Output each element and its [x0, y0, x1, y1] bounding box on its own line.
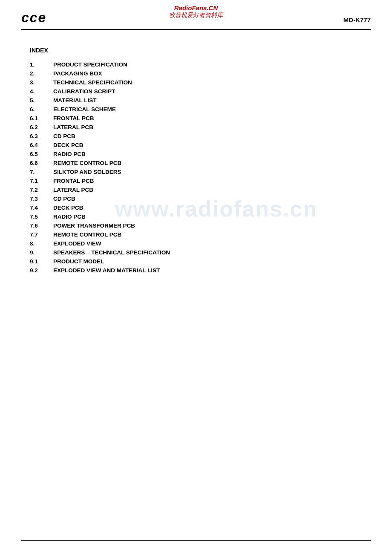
toc-label: PRODUCT SPECIFICATION [53, 61, 127, 68]
toc-item: 7.7REMOTE CONTROL PCB [30, 231, 371, 238]
toc-label: MATERIAL LIST [53, 97, 97, 104]
toc-item: 7.SILKTOP AND SOLDERS [30, 169, 371, 175]
toc-label: PACKAGING BOX [53, 70, 102, 77]
toc-number: 7.1 [30, 178, 53, 184]
toc-number: 5. [30, 97, 53, 104]
toc-item: 4.CALIBRATION SCRIPT [30, 88, 371, 95]
toc-number: 7.4 [30, 205, 53, 211]
toc-item: 6.5RADIO PCB [30, 151, 371, 157]
toc-list: 1.PRODUCT SPECIFICATION2.PACKAGING BOX3.… [30, 61, 371, 274]
toc-label: EXPLODED VIEW AND MATERIAL LIST [53, 267, 160, 274]
toc-label: DECK PCB [53, 142, 84, 148]
toc-label: LATERAL PCB [53, 187, 93, 193]
toc-label: PRODUCT MODEL [53, 258, 104, 265]
page-container: cce RadioFans.CN 收音机爱好者资料库 MD-K777 www.r… [0, 0, 392, 554]
toc-item: 7.2LATERAL PCB [30, 187, 371, 193]
bottom-divider [21, 540, 371, 541]
toc-number: 1. [30, 61, 53, 68]
toc-number: 6.3 [30, 133, 53, 139]
toc-label: RADIO PCB [53, 214, 86, 220]
toc-label: SILKTOP AND SOLDERS [53, 169, 121, 175]
toc-item: 2.PACKAGING BOX [30, 70, 371, 77]
toc-item: 9.2EXPLODED VIEW AND MATERIAL LIST [30, 267, 371, 274]
toc-number: 6.5 [30, 151, 53, 157]
toc-number: 6.1 [30, 115, 53, 121]
toc-number: 7.7 [30, 231, 53, 238]
toc-number: 3. [30, 79, 53, 86]
toc-label: CD PCB [53, 196, 75, 202]
toc-number: 7. [30, 169, 53, 175]
toc-label: RADIO PCB [53, 151, 86, 157]
toc-item: 6.6REMOTE CONTROL PCB [30, 160, 371, 166]
toc-label: DECK PCB [53, 205, 84, 211]
toc-item: 6.3CD PCB [30, 133, 371, 139]
toc-number: 6.6 [30, 160, 53, 166]
model-number: MD-K777 [343, 16, 371, 26]
toc-item: 6.4DECK PCB [30, 142, 371, 148]
toc-item: 6.2LATERAL PCB [30, 124, 371, 130]
toc-label: EXPLODED VIEW [53, 240, 101, 247]
toc-label: TECHNICAL SPECIFICATION [53, 79, 132, 86]
toc-item: 6.ELECTRICAL SCHEME [30, 106, 371, 113]
toc-number: 7.2 [30, 187, 53, 193]
toc-label: SPEAKERS – TECHNICAL SPECIFICATION [53, 249, 170, 256]
toc-label: CD PCB [53, 133, 75, 139]
toc-number: 2. [30, 70, 53, 77]
toc-item: 9.1PRODUCT MODEL [30, 258, 371, 265]
index-title: INDEX [30, 47, 371, 54]
toc-number: 6. [30, 106, 53, 113]
toc-item: 7.1FRONTAL PCB [30, 178, 371, 184]
toc-number: 7.6 [30, 222, 53, 229]
toc-label: CALIBRATION SCRIPT [53, 88, 115, 95]
toc-item: 9.SPEAKERS – TECHNICAL SPECIFICATION [30, 249, 371, 256]
toc-item: 7.4DECK PCB [30, 205, 371, 211]
toc-item: 5.MATERIAL LIST [30, 97, 371, 104]
toc-item: 6.1FRONTAL PCB [30, 115, 371, 121]
main-content: INDEX 1.PRODUCT SPECIFICATION2.PACKAGING… [0, 30, 392, 274]
toc-number: 9.2 [30, 267, 53, 274]
toc-number: 7.5 [30, 214, 53, 220]
toc-item: 3.TECHNICAL SPECIFICATION [30, 79, 371, 86]
header: cce RadioFans.CN 收音机爱好者资料库 MD-K777 [0, 0, 392, 26]
toc-number: 9. [30, 249, 53, 256]
toc-item: 1.PRODUCT SPECIFICATION [30, 61, 371, 68]
toc-number: 6.2 [30, 124, 53, 130]
toc-item: 7.3CD PCB [30, 196, 371, 202]
logo-area: cce [21, 8, 46, 26]
toc-label: FRONTAL PCB [53, 115, 94, 121]
toc-number: 7.3 [30, 196, 53, 202]
toc-number: 6.4 [30, 142, 53, 148]
header-center: RadioFans.CN 收音机爱好者资料库 [169, 4, 223, 19]
toc-label: POWER TRANSFORMER PCB [53, 222, 135, 229]
site-name: RadioFans.CN [169, 4, 223, 12]
toc-label: REMOTE CONTROL PCB [53, 160, 121, 166]
site-subtitle: 收音机爱好者资料库 [169, 12, 223, 19]
toc-item: 7.5RADIO PCB [30, 214, 371, 220]
toc-label: ELECTRICAL SCHEME [53, 106, 116, 113]
toc-number: 4. [30, 88, 53, 95]
logo: cce [21, 10, 46, 25]
toc-label: REMOTE CONTROL PCB [53, 231, 121, 238]
toc-item: 8.EXPLODED VIEW [30, 240, 371, 247]
toc-label: LATERAL PCB [53, 124, 93, 130]
toc-number: 9.1 [30, 258, 53, 265]
toc-label: FRONTAL PCB [53, 178, 94, 184]
toc-number: 8. [30, 240, 53, 247]
toc-item: 7.6POWER TRANSFORMER PCB [30, 222, 371, 229]
